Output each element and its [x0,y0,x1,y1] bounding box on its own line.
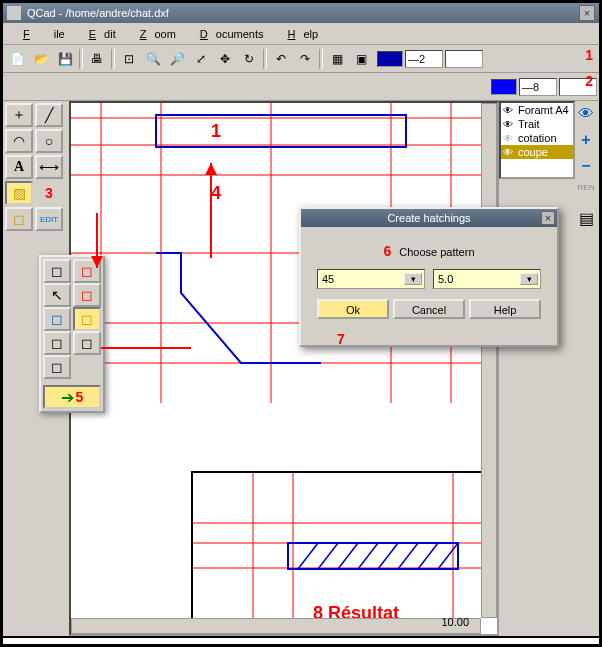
zoom-in-button[interactable]: 🔍 [142,48,164,70]
popup-confirm-button[interactable]: ➔5 [43,385,101,409]
dialog-titlebar[interactable]: Create hatchings × [301,209,557,227]
svg-line-26 [398,543,418,569]
print-button[interactable]: 🖶 [86,48,108,70]
popup-btn-9[interactable]: ◻ [43,355,71,379]
annotation-6: 6 [383,243,391,259]
tool-dimension[interactable]: ⟷ [35,155,63,179]
svg-line-25 [378,543,398,569]
eye-off-icon[interactable]: 👁 [503,133,515,143]
snap-button[interactable]: ▣ [350,48,372,70]
color-swatch-1[interactable] [377,51,403,67]
redo-button[interactable]: ↷ [294,48,316,70]
scrollbar-horizontal[interactable] [71,618,481,634]
svg-rect-20 [288,543,458,569]
layer-row: 👁Trait [501,117,573,131]
layer-row: 👁Foramt A4 [501,103,573,117]
layer-props-button[interactable]: ▤ [577,209,595,227]
tool-edit[interactable]: EDIT [35,207,63,231]
zoom-redraw-button[interactable]: ↻ [238,48,260,70]
right-panel: 👁Foramt A4 👁Trait 👁cotation 👁coupe 👁 + −… [499,101,599,636]
popup-btn-6-selected[interactable]: ◻ [73,307,101,331]
svg-line-28 [438,543,458,569]
layer-buttons: 👁 + − REN ▤ [575,101,597,636]
tool-line[interactable]: ╱ [35,103,63,127]
layer-row: 👁cotation [501,131,573,145]
linestyle-2: — 8 [491,78,597,96]
tool-text[interactable]: A [5,155,33,179]
layer-remove-button[interactable]: − [577,157,595,175]
save-button[interactable]: 💾 [54,48,76,70]
tool-point[interactable]: ＋ [5,103,33,127]
zoom-out-button[interactable]: 🔎 [166,48,188,70]
ok-button[interactable]: Ok [317,299,389,319]
annotation-4: 4 [211,183,221,204]
caption-title: COUPE [43,644,114,648]
svg-line-22 [318,543,338,569]
dialog-prompt: Choose pattern [399,246,474,258]
dialog-close-icon[interactable]: × [541,211,555,225]
window-titlebar: QCad - /home/andre/chat.dxf × [3,3,599,23]
help-button[interactable]: Help [469,299,541,319]
popup-btn-1[interactable]: ◻ [43,259,71,283]
menu-documents[interactable]: Documents [184,26,272,42]
zoom-auto-button[interactable]: ⤢ [190,48,212,70]
layer-show-all-button[interactable]: 👁 [577,105,595,123]
popup-btn-3[interactable]: ↖ [43,283,71,307]
open-button[interactable]: 📂 [30,48,52,70]
pattern-combo[interactable]: 45 [317,269,425,289]
dash-select-1[interactable] [445,50,483,68]
new-button[interactable]: 📄 [6,48,28,70]
width-spinner-2[interactable]: — 8 [519,78,557,96]
svg-line-21 [298,543,318,569]
svg-line-27 [418,543,438,569]
tool-circle[interactable]: ○ [35,129,63,153]
color-swatch-2[interactable] [491,79,517,95]
eye-icon[interactable]: 👁 [503,119,515,129]
width-spinner-1[interactable]: — 2 [405,50,443,68]
bottom-caption: COUPE profil coupé et hachures [3,636,599,647]
zoom-pan-button[interactable]: ✥ [214,48,236,70]
annotation-3: 3 [35,181,63,205]
menu-file[interactable]: File [7,26,73,42]
window-title: QCad - /home/andre/chat.dxf [27,7,169,19]
eye-icon[interactable]: 👁 [503,105,515,115]
svg-rect-11 [156,115,406,147]
tool-tag[interactable]: ◻ [5,207,33,231]
layer-rename-button[interactable]: REN [577,183,595,201]
layer-list[interactable]: 👁Foramt A4 👁Trait 👁cotation 👁coupe [499,101,575,179]
toolbar-main: 📄 📂 💾 🖶 ⊡ 🔍 🔎 ⤢ ✥ ↻ ↶ ↷ ▦ ▣ — 2 1 [3,45,599,73]
popup-btn-7[interactable]: ◻ [43,331,71,355]
menu-edit[interactable]: Edit [73,26,124,42]
menu-zoom[interactable]: Zoom [124,26,184,42]
annotation-5: 5 [76,389,84,405]
popup-btn-8[interactable]: ◻ [73,331,101,355]
result-panel: 8 Résultat [191,471,499,636]
undo-button[interactable]: ↶ [270,48,292,70]
zoom-window-button[interactable]: ⊡ [118,48,140,70]
eye-icon[interactable]: 👁 [503,147,515,157]
app-icon [7,6,21,20]
annotation-7: 7 [337,331,345,347]
popup-btn-5[interactable]: ◻ [43,307,71,331]
scale-combo[interactable]: 5.0 [433,269,541,289]
dialog-title: Create hatchings [387,212,470,224]
annotation-2: 2 [585,73,593,89]
annotation-drawing-1: 1 [211,121,221,142]
tool-arc[interactable]: ◠ [5,129,33,153]
grid-button[interactable]: ▦ [326,48,348,70]
linestyle-1: — 2 [377,50,483,68]
layer-row-selected: 👁coupe [501,145,573,159]
hatch-popup-toolbar: ◻◻ ↖◻ ◻◻ ◻◻ ◻ ➔5 [39,255,105,413]
menu-help[interactable]: Help [272,26,327,42]
create-hatchings-dialog: Create hatchings × 6Choose pattern 45 5.… [299,207,559,347]
popup-btn-4[interactable]: ◻ [73,283,101,307]
popup-btn-2[interactable]: ◻ [73,259,101,283]
svg-line-23 [338,543,358,569]
cancel-button[interactable]: Cancel [393,299,465,319]
annotation-1: 1 [585,47,593,63]
close-icon[interactable]: × [579,5,595,21]
scrollbar-vertical[interactable] [481,103,497,618]
layer-add-button[interactable]: + [577,131,595,149]
drawing-canvas[interactable]: 1 4 [69,101,499,636]
tool-hatch[interactable]: ▨ [5,181,33,205]
